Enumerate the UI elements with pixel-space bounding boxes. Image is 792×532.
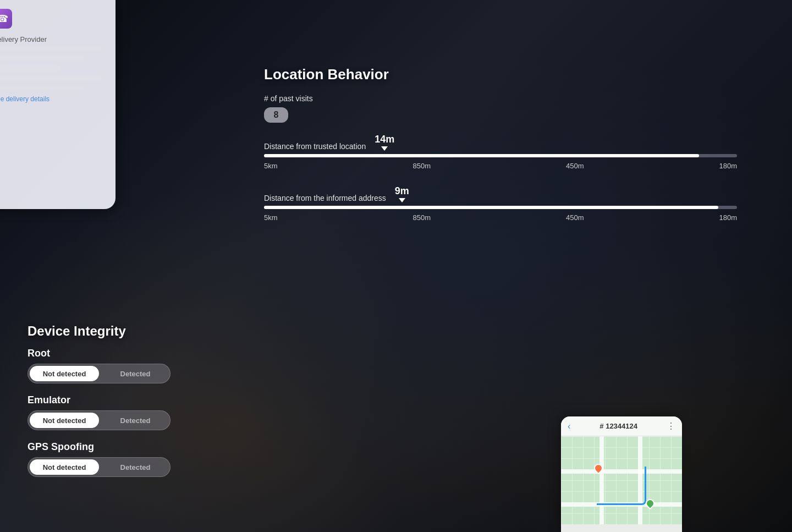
location-behavior-title: Location Behavior [264, 66, 737, 83]
distance-trusted-labels: 5km 850m 450m 180m [264, 162, 737, 170]
emulator-detected[interactable]: Detected [101, 411, 170, 430]
distance-trusted-arrow [381, 146, 388, 151]
distance-address-row: Distance from the informed address 9m 5k… [264, 185, 737, 222]
distance-address-header: Distance from the informed address 9m [264, 185, 737, 202]
phone-map-header: ‹ # 12344124 ⋮ [561, 416, 682, 436]
emulator-not-detected[interactable]: Not detected [30, 413, 99, 428]
device-integrity-section: Device Integrity Root Not detected Detec… [28, 323, 170, 488]
distance-address-fill [264, 206, 718, 209]
root-not-detected[interactable]: Not detected [30, 366, 99, 381]
phone-blue-link[interactable]: See delivery details [0, 95, 107, 103]
phone-call-icon: ☎ [0, 9, 12, 29]
phone-map-back[interactable]: ‹ [568, 421, 570, 431]
phone-map-number: # 12344124 [600, 422, 637, 430]
distance-trusted-track [264, 154, 737, 157]
root-label: Root [28, 348, 170, 359]
distance-trusted-row: Distance from trusted location 14m 5km 8… [264, 134, 737, 170]
phone-map-ui: ‹ # 12344124 ⋮ [561, 416, 682, 532]
distance-trusted-label: Distance from trusted location [264, 142, 366, 151]
phone-map-menu[interactable]: ⋮ [667, 421, 675, 431]
phone-text-line-4 [0, 75, 101, 81]
distance-address-label: Distance from the informed address [264, 194, 386, 202]
phone-text-line-5 [0, 85, 84, 91]
gps-detected[interactable]: Detected [101, 458, 170, 476]
root-detected[interactable]: Detected [101, 364, 170, 383]
emulator-item: Emulator Not detected Detected [28, 394, 170, 430]
scale-180m-2: 180m [719, 213, 737, 222]
map-body [561, 436, 682, 524]
distance-address-track [264, 206, 737, 209]
phone-text-line-1 [0, 46, 101, 51]
distance-address-arrow [399, 198, 405, 202]
root-toggle[interactable]: Not detected Detected [28, 364, 170, 383]
root-item: Root Not detected Detected [28, 348, 170, 383]
scale-450m-1: 450m [566, 162, 584, 170]
distance-trusted-header: Distance from trusted location 14m [264, 134, 737, 151]
scale-5km-2: 5km [264, 213, 278, 222]
location-behavior-section: Location Behavior # of past visits 8 Dis… [264, 66, 737, 237]
gps-not-detected[interactable]: Not detected [30, 459, 99, 475]
distance-address-value: 9m [395, 185, 409, 202]
scale-180m-1: 180m [719, 162, 737, 170]
scale-850m-1: 850m [413, 162, 431, 170]
scale-850m-2: 850m [413, 213, 431, 222]
phone-delivery-label: Delivery Provider [0, 35, 107, 43]
phone-text-line-2 [0, 56, 84, 61]
device-integrity-title: Device Integrity [28, 323, 170, 339]
phone-left-ui: ☎ Delivery Provider See delivery details [0, 0, 116, 209]
map-route-line [597, 467, 646, 505]
past-visits-value: 8 [264, 107, 288, 123]
scale-5km-1: 5km [264, 162, 278, 170]
gps-spoofing-toggle[interactable]: Not detected Detected [28, 457, 170, 477]
distance-trusted-value: 14m [375, 134, 394, 151]
distance-trusted-fill [264, 154, 699, 157]
emulator-label: Emulator [28, 394, 170, 406]
gps-spoofing-label: GPS Spoofing [28, 441, 170, 453]
scale-450m-2: 450m [566, 213, 584, 222]
distance-address-labels: 5km 850m 450m 180m [264, 213, 737, 222]
phone-text-line-3 [0, 65, 61, 71]
emulator-toggle[interactable]: Not detected Detected [28, 410, 170, 430]
past-visits-label: # of past visits [264, 94, 737, 103]
gps-spoofing-item: GPS Spoofing Not detected Detected [28, 441, 170, 477]
